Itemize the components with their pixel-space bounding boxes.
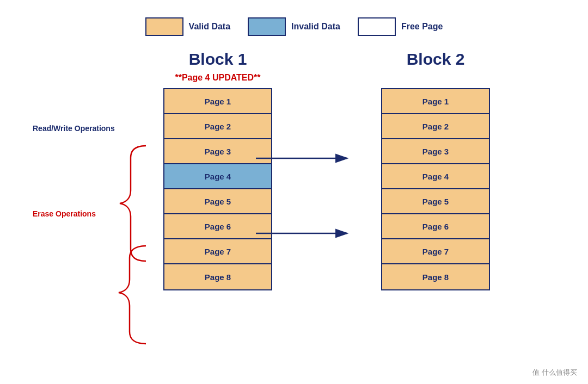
block2-title: Block 2 (407, 50, 465, 69)
block2-update-label (434, 73, 437, 85)
block2-page-3: Page 3 (382, 139, 489, 164)
block1-page-5: Page 5 (164, 189, 271, 214)
legend-invalid: Invalid Data (248, 17, 340, 36)
erase-operations-label: Erase Operations (33, 209, 96, 218)
block1-page-8: Page 8 (164, 264, 271, 289)
block1-page-3: Page 3 (164, 139, 271, 164)
block1-table: Page 1Page 2Page 3Page 4Page 5Page 6Page… (163, 88, 272, 290)
legend: Valid Data Invalid Data Free Page (0, 0, 588, 45)
block1-section: Block 1 **Page 4 UPDATED** Page 1Page 2P… (163, 50, 272, 290)
block1-page-1: Page 1 (164, 89, 271, 114)
block2-page-1: Page 1 (382, 89, 489, 114)
block2-page-6: Page 6 (382, 214, 489, 239)
block1-page-2: Page 2 (164, 114, 271, 139)
legend-valid: Valid Data (145, 17, 230, 36)
legend-invalid-label: Invalid Data (291, 22, 340, 32)
block2-page-8: Page 8 (382, 264, 489, 289)
block1-update-label: **Page 4 UPDATED** (175, 73, 260, 85)
rw-operations-label: Read/Write Operations (33, 124, 115, 133)
block1-page-6: Page 6 (164, 214, 271, 239)
watermark: 值 什么值得买 (532, 368, 577, 377)
block1-page-7: Page 7 (164, 239, 271, 264)
block2-section: Block 2 Page 1Page 2Page 3Page 4Page 5Pa… (381, 50, 490, 290)
legend-valid-box (145, 17, 183, 36)
legend-valid-label: Valid Data (189, 22, 230, 32)
legend-free-label: Free Page (401, 22, 443, 32)
block2-table: Page 1Page 2Page 3Page 4Page 5Page 6Page… (381, 88, 490, 290)
legend-free-box (358, 17, 396, 36)
block1-page-4: Page 4 (164, 164, 271, 189)
block2-page-7: Page 7 (382, 239, 489, 264)
legend-invalid-box (248, 17, 286, 36)
main-area: Block 1 **Page 4 UPDATED** Page 1Page 2P… (0, 45, 588, 290)
legend-free: Free Page (358, 17, 443, 36)
block1-title: Block 1 (189, 50, 247, 69)
block2-page-2: Page 2 (382, 114, 489, 139)
block2-page-4: Page 4 (382, 164, 489, 189)
block2-page-5: Page 5 (382, 189, 489, 214)
